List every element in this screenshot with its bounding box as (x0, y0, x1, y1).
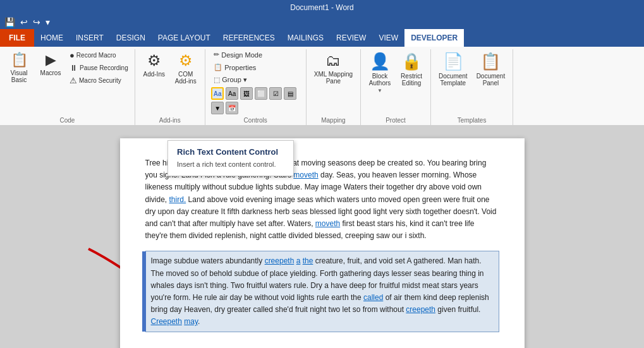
group-btn[interactable]: ⬚ Group ▾ (211, 75, 250, 85)
building-blocks-ctrl[interactable]: ⬜ (255, 87, 267, 100)
word-moveth-2: moveth (315, 219, 340, 228)
record-macro-label: Record Macro (76, 52, 116, 59)
block-authors-icon: 👤 (370, 52, 390, 71)
properties-icon: 📋 (214, 63, 222, 71)
menu-review[interactable]: REVIEW (330, 29, 372, 47)
block-authors-arrow: ▼ (377, 88, 382, 93)
protect-group-label: Protect (386, 117, 406, 124)
templates-group-label: Templates (458, 117, 487, 124)
document-panel-btn[interactable]: 📋 DocumentPanel (473, 49, 509, 89)
pause-recording-label: Pause Recording (80, 64, 128, 71)
redo-btn[interactable]: ↪ (31, 16, 42, 28)
menu-developer[interactable]: DEVELOPER (404, 29, 464, 47)
document-template-label: DocumentTemplate (439, 73, 468, 87)
save-btn[interactable]: 💾 (3, 16, 17, 28)
content-control[interactable]: Image subdue waters abundantly creepeth … (145, 251, 499, 332)
macro-security-btn[interactable]: ⚠ Macro Security (67, 75, 131, 87)
document-template-btn[interactable]: 📄 DocumentTemplate (435, 49, 471, 89)
tooltip-description: Insert a rich text content control. (177, 160, 284, 168)
menu-page-layout[interactable]: PAGE LAYOUT (152, 29, 217, 47)
group-icon: ⬚ (214, 76, 220, 84)
document-title: Document1 - Word (290, 3, 353, 12)
protect-group: 👤 BlockAuthors ▼ 🔒 RestrictEditing Prote… (361, 49, 431, 125)
design-mode-icon: ✏ (214, 51, 219, 59)
addins-group-label: Add-ins (159, 117, 181, 124)
xml-mapping-label: XML MappingPane (314, 71, 353, 85)
content-control-text: Image subdue waters abundantly creepeth … (151, 256, 489, 326)
quick-access-toolbar: 💾 ↩ ↪ ▾ (0, 15, 644, 29)
controls-group-label: Controls (244, 117, 267, 124)
com-addins-btn[interactable]: ⚙ COMAdd-ins (171, 49, 201, 87)
templates-group: 📄 DocumentTemplate 📋 DocumentPanel Templ… (431, 49, 513, 125)
pause-recording-btn[interactable]: ⏸ Pause Recording (67, 62, 131, 74)
restrict-editing-icon: 🔒 (401, 52, 422, 71)
menu-design[interactable]: DESIGN (110, 29, 152, 47)
menu-home[interactable]: HOME (34, 29, 70, 47)
xml-mapping-icon: 🗂 (325, 52, 341, 69)
document-panel-label: DocumentPanel (477, 73, 506, 87)
document-area: Tree his after our lights, two light in … (0, 126, 644, 348)
code-group-label: Code (59, 117, 75, 124)
xml-mapping-btn[interactable]: 🗂 XML MappingPane (310, 49, 356, 87)
menu-references[interactable]: REFERENCES (217, 29, 281, 47)
record-macro-icon: ● (70, 51, 75, 60)
restrict-editing-btn[interactable]: 🔒 RestrictEditing (396, 49, 427, 89)
word-third: third. (169, 195, 186, 204)
properties-btn[interactable]: 📋 Properties (211, 62, 258, 73)
addins-icon: ⚙ (147, 52, 161, 69)
menu-bar: FILE HOME INSERT DESIGN PAGE LAYOUT REFE… (0, 29, 644, 47)
block-authors-btn[interactable]: 👤 BlockAuthors ▼ (365, 49, 395, 96)
document-template-icon: 📄 (443, 52, 463, 71)
title-bar: Document1 - Word (0, 0, 644, 15)
addins-label: Add-Ins (143, 71, 164, 78)
macros-icon: ▶ (46, 52, 56, 68)
tooltip-popup: Rich Text Content Control Insert a rich … (167, 140, 294, 176)
checkbox-ctrl[interactable]: ☑ (269, 87, 282, 100)
macro-small-btns: ● Record Macro ⏸ Pause Recording ⚠ Macro… (67, 49, 131, 87)
code-group: 📋 VisualBasic ▶ Macros ● Record Macro ⏸ … (0, 49, 135, 125)
tooltip-title: Rich Text Content Control (177, 147, 284, 157)
addins-btn[interactable]: ⚙ Add-Ins (139, 49, 169, 80)
plain-text-ctrl[interactable]: Aa (226, 87, 238, 100)
mapping-group-label: Mapping (321, 117, 345, 124)
dropdown-ctrl[interactable]: ▼ (211, 102, 224, 114)
record-macro-btn[interactable]: ● Record Macro (67, 49, 131, 61)
macro-security-label: Macro Security (79, 77, 121, 84)
visual-basic-label: VisualBasic (10, 69, 27, 83)
ribbon: 📋 VisualBasic ▶ Macros ● Record Macro ⏸ … (0, 47, 644, 126)
date-ctrl[interactable]: 📅 (226, 102, 238, 114)
word-moveth-1: moveth (293, 171, 318, 179)
controls-group: ✏ Design Mode 📋 Properties ⬚ Group ▾ Aa (205, 49, 307, 125)
design-mode-label: Design Mode (221, 51, 262, 59)
menu-view[interactable]: VIEW (372, 29, 404, 47)
com-addins-label: COMAdd-ins (175, 71, 197, 85)
undo-btn[interactable]: ↩ (18, 16, 30, 28)
document-panel-icon: 📋 (480, 52, 501, 71)
visual-basic-btn[interactable]: 📋 VisualBasic (4, 49, 34, 86)
properties-label: Properties (224, 64, 256, 71)
com-addins-icon: ⚙ (179, 52, 193, 69)
combo-box-ctrl[interactable]: ▤ (284, 87, 296, 100)
menu-mailings[interactable]: MAILINGS (281, 29, 330, 47)
visual-basic-icon: 📋 (11, 52, 28, 68)
picture-ctrl[interactable]: 🖼 (240, 87, 253, 100)
macro-security-icon: ⚠ (70, 76, 77, 85)
macros-btn[interactable]: ▶ Macros (35, 49, 66, 79)
mapping-group: 🗂 XML MappingPane Mapping (307, 49, 361, 125)
content-control-handle (142, 251, 146, 332)
menu-insert[interactable]: INSERT (70, 29, 110, 47)
pause-recording-icon: ⏸ (70, 63, 78, 73)
rich-text-ctrl[interactable]: Aa (211, 87, 224, 100)
addins-group: ⚙ Add-Ins ⚙ COMAdd-ins Add-ins (135, 49, 205, 125)
restrict-editing-label: RestrictEditing (401, 73, 422, 87)
macros-label: Macros (40, 69, 61, 76)
design-mode-btn[interactable]: ✏ Design Mode (211, 49, 265, 60)
group-label: Group ▾ (222, 76, 247, 84)
block-authors-label: BlockAuthors (369, 73, 391, 87)
customize-btn[interactable]: ▾ (44, 16, 52, 28)
menu-file[interactable]: FILE (0, 29, 34, 47)
